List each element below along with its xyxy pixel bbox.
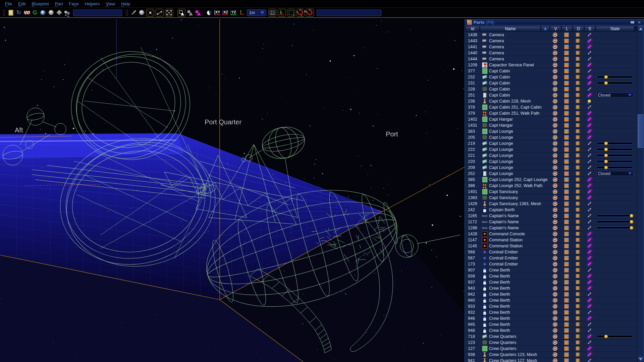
selection-slash-icon[interactable] xyxy=(587,154,591,157)
lock-flag-icon[interactable] xyxy=(564,328,569,333)
menu-view[interactable]: View xyxy=(103,1,118,7)
selection-slash-icon[interactable] xyxy=(587,123,591,127)
sort-ascending-icon[interactable]: ∧ xyxy=(541,26,550,32)
visibility-eye-icon[interactable] xyxy=(553,201,557,206)
visibility-eye-icon[interactable] xyxy=(553,123,557,128)
visibility-eye-icon[interactable] xyxy=(553,280,557,285)
visibility-eye-icon[interactable] xyxy=(553,238,557,242)
selection-slash-icon[interactable] xyxy=(587,250,591,254)
part-row[interactable]: 386Capt Lounge 252, Walk Path xyxy=(465,183,638,189)
people-icon[interactable] xyxy=(63,9,71,16)
visibility-eye-icon[interactable] xyxy=(553,147,557,152)
slider-track[interactable] xyxy=(597,166,633,169)
lock-flag-icon[interactable] xyxy=(564,207,569,212)
part-row[interactable]: 1145★Command Station xyxy=(465,243,638,249)
lock-flag-icon[interactable] xyxy=(564,183,569,188)
part-row[interactable]: 231Capt Cabin xyxy=(465,80,638,86)
visibility-eye-icon[interactable] xyxy=(553,111,557,116)
selection-slash-icon[interactable] xyxy=(587,316,591,320)
object-box-icon[interactable] xyxy=(576,69,580,73)
part-row[interactable]: 173Contrail Emitter xyxy=(465,261,638,267)
plane-yz-button[interactable]: YZ xyxy=(230,9,237,16)
selection-slash-icon[interactable] xyxy=(587,129,591,133)
selection-slash-icon[interactable] xyxy=(587,298,591,302)
part-row[interactable]: 1441Camera xyxy=(465,44,638,50)
state-slider[interactable] xyxy=(597,75,633,79)
visibility-eye-icon[interactable] xyxy=(553,304,557,309)
slider-knob[interactable] xyxy=(604,81,608,85)
part-row[interactable]: 1443Camera xyxy=(465,38,638,44)
lock-flag-icon[interactable] xyxy=(564,340,569,345)
selection-slash-icon[interactable] xyxy=(587,214,591,218)
lock-flag-icon[interactable] xyxy=(564,220,569,224)
selection-slash-icon[interactable] xyxy=(587,226,591,230)
selection-slash-icon[interactable] xyxy=(587,220,591,224)
letter-g-icon[interactable]: G xyxy=(31,9,39,16)
part-row[interactable]: 1363Capt Sanctuary xyxy=(465,195,638,201)
lock-flag-icon[interactable] xyxy=(564,123,569,128)
selection-slash-icon[interactable] xyxy=(587,57,591,61)
part-row[interactable]: 209Capt Lounge xyxy=(465,165,638,171)
selection-slash-icon[interactable] xyxy=(587,274,591,278)
lock-flag-icon[interactable] xyxy=(564,111,569,116)
lock-flag-icon[interactable] xyxy=(564,99,569,104)
lock-flag-icon[interactable] xyxy=(564,195,569,200)
visibility-eye-icon[interactable] xyxy=(553,141,557,146)
part-row[interactable]: 932Crew Berth xyxy=(465,309,638,315)
part-row[interactable]: 1165NameCaptain's Name xyxy=(465,213,638,219)
scroll-up-button[interactable] xyxy=(637,25,644,32)
object-box-icon[interactable] xyxy=(576,232,580,236)
visibility-eye-icon[interactable] xyxy=(553,214,557,218)
object-box-icon[interactable] xyxy=(576,346,580,351)
visibility-eye-icon[interactable] xyxy=(553,39,557,43)
visibility-eye-icon[interactable] xyxy=(553,57,557,61)
selection-slash-icon[interactable] xyxy=(587,39,591,43)
state-dropdown[interactable]: Closed xyxy=(596,93,633,98)
selection-slash-icon[interactable] xyxy=(587,196,591,199)
visibility-eye-icon[interactable] xyxy=(553,171,557,176)
sync-loop-icon[interactable]: ↻ xyxy=(15,9,22,16)
column-header-selection[interactable]: S xyxy=(584,26,595,32)
selection-slash-icon[interactable] xyxy=(587,310,591,314)
object-box-icon[interactable] xyxy=(576,250,580,254)
shade-magenta-icon[interactable] xyxy=(195,9,202,16)
object-box-icon[interactable] xyxy=(576,45,580,49)
visibility-eye-icon[interactable] xyxy=(553,232,557,236)
slider-knob[interactable] xyxy=(604,141,608,145)
slider-track[interactable] xyxy=(597,221,633,223)
object-box-icon[interactable] xyxy=(576,274,580,278)
visibility-eye-icon[interactable] xyxy=(553,189,557,194)
selection-slash-icon[interactable] xyxy=(587,75,591,79)
selection-slash-icon[interactable] xyxy=(587,63,591,67)
object-box-icon[interactable] xyxy=(576,57,580,61)
lock-flag-icon[interactable] xyxy=(564,153,569,158)
state-slider[interactable] xyxy=(597,214,633,218)
object-box-icon[interactable] xyxy=(576,189,580,194)
scrollbar-thumb[interactable] xyxy=(638,114,643,148)
face-select-icon[interactable] xyxy=(177,9,185,17)
lock-flag-icon[interactable] xyxy=(564,75,569,79)
lock-flag-icon[interactable] xyxy=(564,63,569,67)
visibility-eye-icon[interactable] xyxy=(553,75,557,79)
grid-toggle-icon[interactable] xyxy=(268,9,276,17)
visibility-eye-icon[interactable] xyxy=(553,256,557,260)
sphere-shaded-icon[interactable] xyxy=(138,9,145,16)
sphere-icon[interactable] xyxy=(47,9,55,16)
selection-slash-icon[interactable] xyxy=(587,69,591,73)
object-box-icon[interactable] xyxy=(576,51,580,55)
lock-flag-icon[interactable] xyxy=(564,129,569,134)
visibility-eye-icon[interactable] xyxy=(553,286,557,291)
slider-track[interactable] xyxy=(597,227,633,229)
object-box-icon[interactable] xyxy=(576,93,580,97)
part-row[interactable]: 567Contrail Emitter xyxy=(465,255,638,261)
lock-flag-icon[interactable] xyxy=(564,280,569,285)
object-box-icon[interactable] xyxy=(576,316,580,320)
visibility-eye-icon[interactable] xyxy=(553,298,557,303)
lock-flag-icon[interactable] xyxy=(564,93,569,98)
selection-slash-icon[interactable] xyxy=(587,111,591,115)
visibility-eye-icon[interactable] xyxy=(553,177,557,182)
object-box-icon[interactable] xyxy=(576,220,580,224)
axis-widget-icon[interactable] xyxy=(238,9,245,16)
selection-slash-icon[interactable] xyxy=(587,244,591,248)
visibility-eye-icon[interactable] xyxy=(553,69,557,73)
